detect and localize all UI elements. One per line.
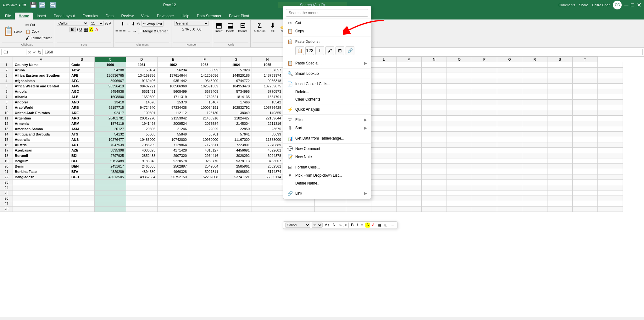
- fill-button[interactable]: ⬇ Fill: [268, 21, 277, 33]
- cell-empty[interactable]: [422, 116, 447, 121]
- cell-empty[interactable]: [547, 137, 573, 142]
- cell-y1962[interactable]: [158, 185, 189, 190]
- cell-y1961[interactable]: [126, 180, 158, 185]
- cell-y1960[interactable]: 5454938: [95, 89, 126, 94]
- cell-country[interactable]: Africa Western and Central: [13, 84, 69, 89]
- cell-empty[interactable]: [472, 148, 497, 153]
- maximize-button[interactable]: □: [631, 2, 634, 8]
- bold-button[interactable]: B: [69, 27, 76, 32]
- cell-empty[interactable]: [371, 174, 397, 180]
- cell-code[interactable]: ARB: [69, 105, 95, 110]
- cell-empty[interactable]: [497, 164, 522, 169]
- cell-empty[interactable]: [497, 201, 522, 207]
- cell-empty[interactable]: [422, 180, 447, 185]
- cell-empty[interactable]: [422, 68, 447, 73]
- cell-code[interactable]: AFG: [69, 78, 95, 84]
- menu-item-copy[interactable]: 📋 Copy: [283, 27, 371, 35]
- cell-empty[interactable]: [447, 68, 472, 73]
- cell-empty[interactable]: [371, 132, 397, 137]
- mini-font-select[interactable]: Calibri: [285, 223, 310, 228]
- format-painter-button[interactable]: 🖌 Format Painter: [24, 35, 53, 41]
- cut-button[interactable]: ✂ Cut: [24, 22, 53, 28]
- cell-y1964[interactable]: 5098891: [220, 169, 252, 174]
- cell-reference-input[interactable]: C1: [1, 49, 26, 55]
- cell-y1961[interactable]: 49362834: [126, 174, 158, 180]
- mini-decimal-button[interactable]: .0: [344, 223, 347, 227]
- cell-y1962[interactable]: 4171428: [158, 148, 189, 153]
- cell-y1962[interactable]: 137614644: [158, 73, 189, 78]
- cell-empty[interactable]: [598, 110, 623, 116]
- cell-empty[interactable]: [447, 121, 472, 126]
- menu-item-new-note[interactable]: 📝 New Note: [283, 153, 371, 161]
- cell-empty[interactable]: [371, 78, 397, 84]
- cell-y1963[interactable]: [189, 180, 220, 185]
- cell-y1965[interactable]: [252, 196, 283, 201]
- cell-empty[interactable]: [598, 126, 623, 132]
- cell-y1964[interactable]: [220, 207, 252, 212]
- cell-y1963[interactable]: 7175811: [189, 142, 220, 148]
- menu-item-paste-special[interactable]: 📋 Paste Special... ▶: [283, 59, 371, 67]
- cell-empty[interactable]: [573, 105, 598, 110]
- col-header-C[interactable]: C: [95, 57, 126, 62]
- cell-y1964[interactable]: 53741721: [220, 174, 252, 180]
- mini-size-select[interactable]: 11: [312, 223, 323, 228]
- cell-code[interactable]: [69, 185, 95, 190]
- cell-y1963[interactable]: 56699: [189, 68, 220, 73]
- decrease-decimal-button[interactable]: .0: [192, 27, 195, 31]
- cell-empty[interactable]: [422, 137, 447, 142]
- menu-item-link[interactable]: 🔗 Link ▶: [283, 189, 371, 197]
- cell-y1961[interactable]: [126, 207, 158, 212]
- cell-empty[interactable]: [598, 207, 623, 212]
- cell-y1961[interactable]: 9169406: [126, 78, 158, 84]
- cell-empty[interactable]: [472, 132, 497, 137]
- cell-empty[interactable]: [573, 84, 598, 89]
- cell-empty[interactable]: [598, 73, 623, 78]
- cell-y1965[interactable]: 9956318: [252, 78, 283, 84]
- cell-empty[interactable]: [547, 185, 573, 190]
- tab-page-layout[interactable]: Page Layout: [50, 13, 79, 19]
- text-direction-button[interactable]: ⟲: [136, 21, 140, 26]
- cell-empty[interactable]: [447, 153, 472, 158]
- cell-empty[interactable]: [547, 132, 573, 137]
- cell-empty[interactable]: [497, 121, 522, 126]
- cell-empty[interactable]: [547, 196, 573, 201]
- cell-y1965[interactable]: 5174874: [252, 169, 283, 174]
- cell-empty[interactable]: [573, 169, 598, 174]
- menu-item-filter[interactable]: ▽ Filter ▶: [283, 116, 371, 124]
- cell-y1962[interactable]: 112112: [158, 110, 189, 116]
- cell-y1960[interactable]: 13410: [95, 100, 126, 105]
- cell-y1960[interactable]: 20481781: [95, 116, 126, 121]
- menu-item-cut[interactable]: ✂ Cut: [283, 19, 371, 27]
- cell-y1960[interactable]: 3895398: [95, 148, 126, 153]
- mini-decrease-font[interactable]: A↓: [331, 223, 338, 228]
- col-header-T[interactable]: T: [573, 57, 598, 62]
- cell-empty[interactable]: [522, 73, 547, 78]
- search-menu-input[interactable]: [286, 9, 368, 17]
- cell-empty[interactable]: [472, 84, 497, 89]
- cell-y1962[interactable]: 100506960: [158, 84, 189, 89]
- cell-y1961[interactable]: 134159786: [126, 73, 158, 78]
- cell-code[interactable]: AZE: [69, 148, 95, 153]
- insert-function-icon[interactable]: fx: [38, 50, 41, 55]
- cell-y1964[interactable]: 144920186: [220, 73, 252, 78]
- cancel-formula-icon[interactable]: ✕: [28, 50, 31, 55]
- cell-empty[interactable]: [472, 110, 497, 116]
- menu-item-sort[interactable]: ⇅ Sort ▶: [283, 124, 371, 132]
- cell-empty[interactable]: [598, 180, 623, 185]
- cell-empty[interactable]: [447, 169, 472, 174]
- cell-y1962[interactable]: [158, 201, 189, 207]
- cell-empty[interactable]: [522, 126, 547, 132]
- cell-empty[interactable]: [371, 164, 397, 169]
- cell-empty[interactable]: [371, 73, 397, 78]
- cell-y1961[interactable]: 94724540: [126, 105, 158, 110]
- cell-empty[interactable]: [397, 100, 422, 105]
- cell-country[interactable]: Africa Eastern and Southern: [13, 73, 69, 78]
- cell-y1960[interactable]: 10276477: [95, 137, 126, 142]
- align-bottom-button[interactable]: ⬇: [131, 21, 135, 26]
- cell-empty[interactable]: [397, 185, 422, 190]
- cell-empty[interactable]: [346, 207, 371, 212]
- cell-empty[interactable]: [397, 121, 422, 126]
- cell-y1963[interactable]: 125130: [189, 110, 220, 116]
- menu-item-delete[interactable]: Delete...: [283, 88, 371, 96]
- cell-empty[interactable]: [371, 196, 397, 201]
